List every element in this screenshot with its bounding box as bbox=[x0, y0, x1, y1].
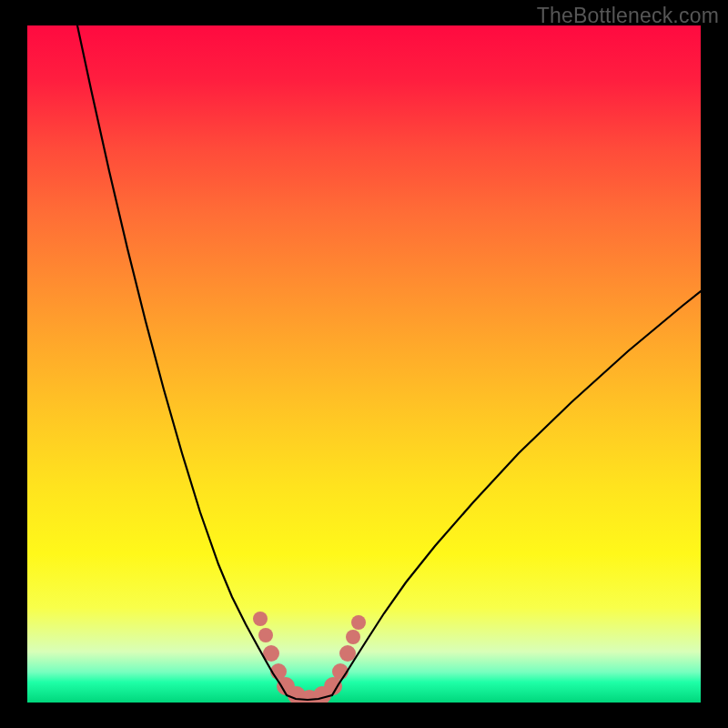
valley-dot bbox=[253, 612, 268, 626]
right-curve-path bbox=[332, 291, 701, 695]
plot-area bbox=[27, 25, 701, 703]
valley-dot bbox=[346, 630, 360, 644]
valley-dot bbox=[258, 628, 273, 642]
valley-dots-group bbox=[253, 612, 366, 703]
watermark-text: TheBottleneck.com bbox=[537, 4, 719, 28]
valley-dot bbox=[351, 615, 366, 630]
valley-dot bbox=[339, 645, 356, 662]
outer-frame: TheBottleneck.com bbox=[0, 0, 728, 728]
left-curve-path bbox=[77, 25, 287, 695]
chart-svg bbox=[27, 25, 701, 703]
